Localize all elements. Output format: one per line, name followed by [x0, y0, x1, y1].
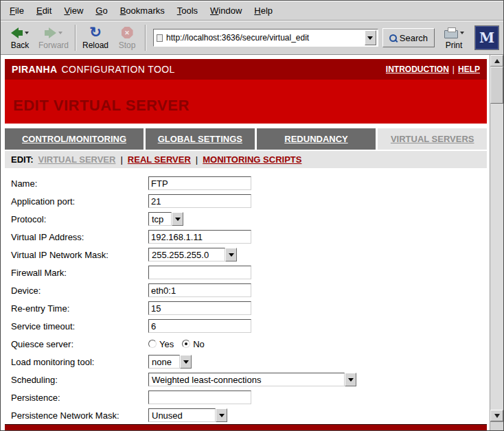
persistence-mask-dropdown-button[interactable]: [216, 408, 227, 422]
name-input[interactable]: [148, 176, 251, 190]
chevron-down-icon: [348, 378, 354, 382]
menu-view[interactable]: View: [58, 3, 89, 18]
form-row-quiesce-server: Quiesce server: Yes No: [11, 335, 487, 353]
menu-edit[interactable]: Edit: [30, 3, 58, 18]
name-label: Name:: [11, 178, 148, 189]
protocol-select[interactable]: tcp: [148, 212, 183, 226]
persistence-input[interactable]: [148, 391, 251, 404]
protocol-dropdown-button[interactable]: [172, 212, 183, 226]
menu-tools[interactable]: Tools: [171, 3, 204, 18]
forward-button[interactable]: Forward: [35, 25, 72, 51]
forward-arrow-icon: [45, 27, 56, 38]
print-button[interactable]: Print: [439, 25, 469, 51]
quiesce-yes-radio[interactable]: [148, 340, 157, 348]
header-links: INTRODUCTION | HELP: [386, 65, 480, 74]
search-label: Search: [400, 33, 428, 43]
subnav-separator: |: [120, 154, 122, 165]
form-row-load-monitoring: Load monitoring tool: none: [11, 353, 487, 371]
scroll-down-button[interactable]: [490, 410, 503, 421]
scrollbar-thumb[interactable]: [490, 67, 503, 104]
scroll-up-button[interactable]: [490, 55, 503, 67]
persistence-mask-select[interactable]: Unused: [148, 408, 227, 422]
protocol-selected-value: tcp: [148, 212, 172, 226]
persistence-mask-selected-value: Unused: [148, 408, 216, 422]
tab-control-monitoring[interactable]: CONTROL/MONITORING: [5, 128, 144, 150]
tab-virtual-servers[interactable]: VIRTUAL SERVERS: [378, 128, 487, 150]
stop-button[interactable]: Stop: [112, 25, 142, 51]
url-dropdown-button[interactable]: [365, 30, 376, 45]
header-link-separator: |: [453, 65, 455, 74]
service-timeout-input[interactable]: [148, 319, 251, 333]
scheduling-dropdown-button[interactable]: [345, 373, 356, 386]
introduction-link[interactable]: INTRODUCTION: [386, 65, 449, 74]
chevron-down-icon: [367, 36, 373, 40]
persistence-mask-label: Persistence Network Mask:: [11, 410, 148, 421]
device-input[interactable]: [148, 283, 251, 297]
edit-subnav: EDIT: VIRTUAL SERVER | REAL SERVER | MON…: [5, 151, 487, 168]
service-timeout-label: Service timeout:: [11, 321, 148, 331]
chevron-down-icon: [175, 218, 181, 221]
browser-content-area: PIRANHA CONFIGURATION TOOL INTRODUCTION …: [1, 55, 503, 430]
back-button[interactable]: Back: [5, 25, 35, 51]
reload-button[interactable]: Reload: [79, 25, 112, 51]
reentry-time-label: Re-entry Time:: [11, 303, 148, 314]
firewall-mark-input[interactable]: [148, 266, 251, 279]
help-link[interactable]: HELP: [458, 65, 480, 74]
application-port-input[interactable]: [148, 194, 251, 208]
menu-help[interactable]: Help: [248, 3, 279, 18]
toolbar-separator: [75, 25, 76, 51]
forward-dropdown-icon: [58, 32, 62, 34]
url-bar[interactable]: http://localhost:3636/secure/virtual_edi…: [153, 29, 378, 47]
quiesce-yes-label[interactable]: Yes: [159, 339, 174, 349]
subnav-virtual-server-link[interactable]: VIRTUAL SERVER: [38, 154, 116, 165]
load-monitoring-select[interactable]: none: [148, 355, 192, 369]
quiesce-no-label[interactable]: No: [193, 339, 205, 349]
virtual-ip-mask-select[interactable]: 255.255.255.0: [148, 248, 237, 261]
form-row-persistence: Persistence:: [11, 388, 487, 406]
persistence-label: Persistence:: [11, 393, 148, 403]
menu-file[interactable]: File: [3, 3, 30, 18]
subnav-monitoring-scripts-link[interactable]: MONITORING SCRIPTS: [203, 154, 301, 165]
menu-go[interactable]: Go: [89, 3, 113, 18]
scheduling-label: Scheduling:: [11, 375, 148, 385]
print-dropdown-icon[interactable]: [460, 32, 464, 34]
menu-window[interactable]: Window: [204, 3, 248, 18]
browser-window: File Edit View Go Bookmarks Tools Window…: [0, 0, 504, 431]
vertical-scrollbar[interactable]: [490, 55, 503, 430]
piranha-header-bar: PIRANHA CONFIGURATION TOOL INTRODUCTION …: [5, 59, 487, 80]
url-text[interactable]: http://localhost:3636/secure/virtual_edi…: [166, 33, 363, 43]
reload-icon: [89, 26, 102, 40]
subnav-real-server-link[interactable]: REAL SERVER: [128, 154, 191, 165]
subnav-separator: |: [196, 154, 198, 165]
quiesce-server-radio-group: Yes No: [148, 339, 213, 349]
virtual-ip-mask-dropdown-button[interactable]: [225, 248, 237, 261]
toolbar-separator: [145, 25, 146, 51]
mozilla-throbber-icon[interactable]: [474, 25, 499, 50]
menu-bookmarks[interactable]: Bookmarks: [114, 3, 171, 18]
back-dropdown-icon[interactable]: [25, 32, 29, 34]
reentry-time-input[interactable]: [148, 301, 251, 315]
main-tabs: CONTROL/MONITORING GLOBAL SETTINGS REDUN…: [5, 128, 487, 150]
scrollbar-track[interactable]: [490, 104, 503, 410]
title-band: EDIT VIRTUAL SERVER: [5, 80, 487, 124]
form-row-virtual-ip-mask: Virtual IP Network Mask: 255.255.255.0: [11, 246, 487, 264]
virtual-ip-input[interactable]: [148, 230, 251, 244]
load-monitoring-dropdown-button[interactable]: [180, 355, 192, 369]
form-row-application-port: Application port:: [11, 192, 487, 210]
virtual-ip-mask-label: Virtual IP Network Mask:: [11, 250, 148, 260]
stop-icon: [122, 27, 133, 38]
search-button[interactable]: Search: [382, 28, 435, 47]
chevron-down-icon: [229, 253, 234, 257]
form-row-device: Device:: [11, 281, 487, 299]
scheduling-select[interactable]: Weighted least-connections: [148, 373, 356, 386]
form-row-service-timeout: Service timeout:: [11, 317, 487, 335]
form-row-protocol: Protocol: tcp: [11, 210, 487, 228]
scroll-down-icon: [494, 414, 500, 418]
quiesce-no-radio[interactable]: [182, 340, 190, 348]
tab-global-settings[interactable]: GLOBAL SETTINGS: [146, 128, 255, 150]
print-label: Print: [446, 40, 463, 50]
subnav-prefix: EDIT:: [11, 154, 34, 165]
virtual-server-form: Name: Application port: Protocol: tcp Vi…: [5, 168, 487, 424]
tab-redundancy[interactable]: REDUNDANCY: [257, 128, 376, 150]
piranha-brand: PIRANHA: [12, 64, 58, 75]
